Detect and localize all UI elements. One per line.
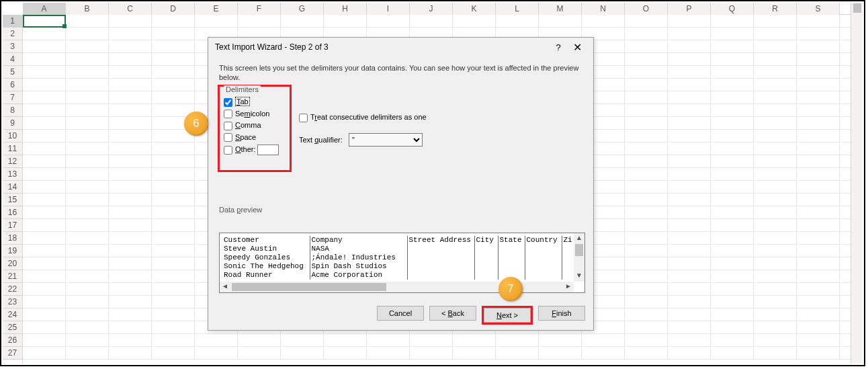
cell[interactable]: [754, 142, 797, 155]
cell[interactable]: [625, 245, 668, 257]
column-header[interactable]: A: [23, 3, 66, 15]
delimiter-semicolon-label[interactable]: Semicolon: [224, 110, 286, 119]
cell[interactable]: [367, 334, 410, 347]
cell[interactable]: [668, 181, 711, 194]
column-header[interactable]: P: [668, 3, 711, 15]
cell[interactable]: [797, 347, 840, 360]
cell[interactable]: [625, 309, 668, 321]
cell[interactable]: [582, 15, 625, 28]
cell[interactable]: [152, 181, 195, 194]
cell[interactable]: [754, 194, 797, 206]
scroll-down-icon[interactable]: ▼: [574, 271, 584, 282]
column-header[interactable]: K: [453, 3, 496, 15]
cell[interactable]: [66, 53, 109, 66]
preview-v-thumb[interactable]: [575, 244, 583, 256]
cell[interactable]: [453, 15, 496, 28]
cell[interactable]: [754, 168, 797, 181]
cell[interactable]: [66, 66, 109, 79]
cell[interactable]: [152, 283, 195, 296]
cell[interactable]: [711, 155, 754, 168]
cell[interactable]: [539, 15, 582, 28]
cell[interactable]: [711, 206, 754, 219]
cell[interactable]: [711, 91, 754, 104]
cell[interactable]: [152, 66, 195, 79]
cell[interactable]: [625, 321, 668, 334]
preview-h-thumb[interactable]: [232, 283, 386, 291]
cell[interactable]: [797, 245, 840, 257]
cell[interactable]: [711, 309, 754, 321]
row-header[interactable]: 27: [3, 347, 22, 360]
cell[interactable]: [66, 245, 109, 257]
cell[interactable]: [625, 66, 668, 79]
cell[interactable]: [754, 117, 797, 130]
cell[interactable]: [668, 28, 711, 40]
cell[interactable]: [66, 181, 109, 194]
delimiter-comma-label[interactable]: Comma: [224, 121, 286, 130]
cell[interactable]: [152, 15, 195, 28]
cell[interactable]: [23, 309, 66, 321]
row-header[interactable]: 19: [3, 245, 22, 257]
treat-consecutive-label[interactable]: Treat consecutive delimiters as one: [299, 113, 427, 121]
cell[interactable]: [711, 334, 754, 347]
cell[interactable]: [711, 15, 754, 28]
cell[interactable]: [453, 334, 496, 347]
scrollbar-thumb[interactable]: [853, 3, 861, 13]
cell[interactable]: [625, 181, 668, 194]
cell[interactable]: [66, 270, 109, 283]
cell[interactable]: [367, 15, 410, 28]
cell[interactable]: [66, 40, 109, 53]
cell[interactable]: [797, 257, 840, 270]
cell[interactable]: [668, 91, 711, 104]
cell[interactable]: [668, 245, 711, 257]
cell[interactable]: [109, 28, 152, 40]
cell[interactable]: [66, 194, 109, 206]
cell[interactable]: [109, 91, 152, 104]
cell[interactable]: [668, 219, 711, 232]
cell[interactable]: [109, 309, 152, 321]
cell[interactable]: [109, 53, 152, 66]
cell[interactable]: [23, 219, 66, 232]
cell[interactable]: [711, 245, 754, 257]
cell[interactable]: [797, 40, 840, 53]
cell[interactable]: [109, 79, 152, 91]
cell[interactable]: [754, 283, 797, 296]
cell[interactable]: [754, 270, 797, 283]
cell[interactable]: [711, 270, 754, 283]
cell[interactable]: [797, 309, 840, 321]
cell[interactable]: [754, 219, 797, 232]
delimiter-tab-label[interactable]: Tab: [224, 97, 286, 107]
cell[interactable]: [668, 40, 711, 53]
row-header[interactable]: 22: [3, 283, 22, 296]
column-header[interactable]: G: [281, 3, 324, 15]
cell[interactable]: [109, 168, 152, 181]
cell[interactable]: [109, 40, 152, 53]
column-header[interactable]: B: [66, 3, 109, 15]
cell[interactable]: [668, 206, 711, 219]
column-header[interactable]: L: [496, 3, 539, 15]
text-qualifier-select[interactable]: ": [349, 133, 423, 147]
cell[interactable]: [711, 53, 754, 66]
cell[interactable]: [23, 296, 66, 309]
close-button[interactable]: ✕: [568, 41, 587, 54]
column-header[interactable]: Q: [711, 3, 754, 15]
cell[interactable]: [625, 130, 668, 142]
cell[interactable]: [66, 283, 109, 296]
cell[interactable]: [152, 91, 195, 104]
cell[interactable]: [109, 104, 152, 117]
column-header[interactable]: O: [625, 3, 668, 15]
cell[interactable]: [109, 66, 152, 79]
cell[interactable]: [754, 40, 797, 53]
cell[interactable]: [754, 79, 797, 91]
cell[interactable]: [109, 194, 152, 206]
cell[interactable]: [797, 66, 840, 79]
delimiter-other-label[interactable]: Other:: [224, 145, 286, 155]
cell[interactable]: [152, 28, 195, 40]
cell[interactable]: [539, 334, 582, 347]
next-button[interactable]: Next >: [484, 308, 531, 323]
cell[interactable]: [109, 245, 152, 257]
cell[interactable]: [625, 347, 668, 360]
cell[interactable]: [711, 142, 754, 155]
row-header[interactable]: 14: [3, 181, 22, 194]
cell[interactable]: [152, 142, 195, 155]
cancel-button[interactable]: Cancel: [377, 306, 424, 321]
